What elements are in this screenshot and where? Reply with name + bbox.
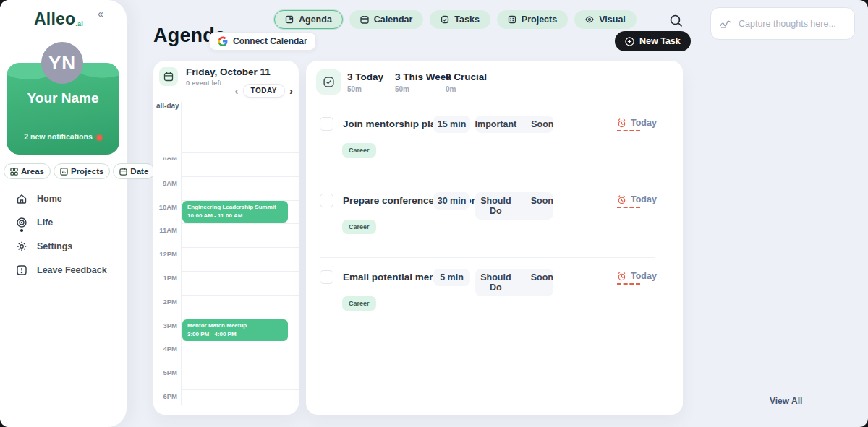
filter-date[interactable]: Date bbox=[113, 163, 155, 179]
priority-label[interactable]: Should Do bbox=[475, 272, 516, 293]
sidebar-item-leave-feedback[interactable]: Leave Feedback bbox=[16, 262, 107, 278]
hour-label: 4PM bbox=[153, 345, 177, 353]
tab-visual-label: Visual bbox=[599, 14, 626, 25]
urgency-label[interactable]: Soon bbox=[531, 119, 553, 129]
target-icon bbox=[16, 217, 27, 228]
event-time: 3:00 PM - 4:00 PM bbox=[187, 331, 283, 337]
stat-crucial: 0 Crucial 0m bbox=[446, 72, 487, 93]
tab-visual[interactable]: Visual bbox=[574, 10, 637, 29]
urgency-label[interactable]: Soon bbox=[531, 196, 553, 216]
tasks-check-icon bbox=[316, 69, 341, 95]
tab-calendar[interactable]: Calendar bbox=[349, 10, 424, 29]
connect-calendar-button[interactable]: Connect Calendar bbox=[209, 32, 316, 51]
task-title[interactable]: Email potential mentor bbox=[343, 272, 448, 282]
hour-label: 5PM bbox=[153, 368, 177, 376]
sidebar-item-home[interactable]: Home bbox=[16, 191, 107, 207]
connect-calendar-label: Connect Calendar bbox=[233, 36, 307, 46]
events-left: 0 event left bbox=[186, 79, 222, 87]
hour-line bbox=[181, 152, 299, 153]
priority-label[interactable]: Important bbox=[475, 119, 517, 129]
notifications-text[interactable]: 2 new notifications bbox=[7, 132, 119, 141]
hour-label: 1PM bbox=[153, 274, 177, 282]
hour-line bbox=[181, 342, 299, 342]
task-due[interactable]: Today bbox=[617, 271, 657, 281]
stat-this-week: 3 This Week 50m bbox=[395, 72, 451, 93]
calendar-nav: ‹ TODAY › bbox=[235, 84, 293, 98]
areas-grid-icon bbox=[10, 168, 18, 176]
new-task-label: New Task bbox=[639, 36, 681, 46]
task-tag[interactable]: Career bbox=[342, 296, 376, 311]
search-icon[interactable] bbox=[668, 13, 684, 29]
stat-today-value: 3 Today bbox=[347, 72, 383, 82]
sidebar-item-life-label: Life bbox=[37, 217, 53, 228]
sidebar-item-settings[interactable]: Settings bbox=[16, 238, 107, 254]
task-separator bbox=[320, 181, 655, 181]
tab-tasks[interactable]: Tasks bbox=[430, 10, 490, 29]
task-priority-chip[interactable]: Should Do Soon bbox=[475, 269, 553, 296]
tab-calendar-label: Calendar bbox=[374, 14, 413, 25]
tasks-panel: 3 Today 50m 3 This Week 50m 0 Crucial 0m… bbox=[306, 61, 683, 415]
stat-today-duration: 50m bbox=[347, 85, 383, 93]
tab-projects[interactable]: Projects bbox=[497, 10, 568, 29]
view-all-link[interactable]: View All bbox=[770, 396, 802, 406]
stat-today: 3 Today 50m bbox=[347, 72, 383, 93]
sidebar-item-settings-label: Settings bbox=[37, 241, 72, 251]
calendar-panel: Friday, October 11 0 event left ‹ TODAY … bbox=[153, 61, 299, 415]
sidebar-item-life[interactable]: Life bbox=[16, 215, 107, 230]
eye-icon bbox=[585, 15, 594, 24]
capture-thoughts-box bbox=[710, 7, 855, 40]
hour-line bbox=[181, 247, 299, 248]
task-duration-chip[interactable]: 5 min bbox=[433, 269, 470, 286]
task-due[interactable]: Today bbox=[617, 194, 657, 204]
task-checkbox[interactable] bbox=[320, 270, 333, 284]
avatar[interactable]: YN bbox=[41, 42, 83, 84]
task-duration-chip[interactable]: 30 min bbox=[433, 192, 470, 210]
sidebar-item-home-label: Home bbox=[37, 194, 62, 204]
main-tabs: Agenda Calendar Tasks Projects Visual bbox=[274, 10, 637, 29]
calendar-grid[interactable]: all-day 8AM 9AM 10AM 11AM 12PM 1PM 2PM 3… bbox=[153, 102, 299, 405]
next-day-icon[interactable]: › bbox=[289, 85, 293, 96]
capture-thoughts-input[interactable] bbox=[737, 18, 846, 30]
hour-line bbox=[181, 366, 299, 366]
life-indicator-dot bbox=[20, 229, 23, 232]
app-logo: Alleo.ai bbox=[34, 9, 83, 29]
priority-label[interactable]: Should Do bbox=[475, 196, 516, 216]
stat-crucial-duration: 0m bbox=[446, 85, 487, 93]
new-task-button[interactable]: New Task bbox=[615, 31, 691, 51]
tab-agenda-label: Agenda bbox=[299, 14, 332, 25]
task-duration-chip[interactable]: 15 min bbox=[433, 116, 470, 133]
stat-week-duration: 50m bbox=[395, 85, 451, 93]
task-tag[interactable]: Career bbox=[342, 143, 376, 158]
stat-crucial-value: 0 Crucial bbox=[446, 72, 487, 82]
task-priority-chip[interactable]: Important Soon bbox=[475, 116, 553, 133]
calendar-event[interactable]: Engineering Leadership Summit 10:00 AM -… bbox=[182, 201, 288, 223]
hour-label: 9AM bbox=[153, 179, 177, 187]
today-button[interactable]: TODAY bbox=[243, 84, 285, 98]
hour-label: 12PM bbox=[153, 250, 177, 258]
app-window: Alleo.ai « YN Your Name 2 new notificati… bbox=[0, 0, 868, 427]
event-time: 10:00 AM - 11:00 AM bbox=[187, 212, 283, 219]
hour-line bbox=[181, 176, 299, 177]
calendar-event[interactable]: Mentor Match Meetup 3:00 PM - 4:00 PM bbox=[182, 319, 288, 341]
alarm-icon bbox=[617, 118, 626, 128]
feedback-icon bbox=[16, 264, 27, 276]
tab-tasks-label: Tasks bbox=[454, 14, 480, 25]
event-title: Mentor Match Meetup bbox=[187, 322, 283, 329]
task-due[interactable]: Today bbox=[617, 118, 657, 128]
urgency-label[interactable]: Soon bbox=[531, 272, 553, 293]
logo-suffix: .ai bbox=[75, 20, 83, 27]
task-tag[interactable]: Career bbox=[342, 220, 376, 234]
collapse-sidebar-icon[interactable]: « bbox=[98, 8, 103, 20]
filter-projects[interactable]: Projects bbox=[54, 163, 110, 179]
hour-line bbox=[181, 389, 299, 390]
task-checkbox[interactable] bbox=[320, 117, 333, 131]
hour-line bbox=[181, 271, 299, 272]
alarm-icon bbox=[617, 272, 626, 281]
task-checkbox[interactable] bbox=[320, 194, 333, 207]
hour-label: 6PM bbox=[153, 392, 177, 400]
tab-agenda[interactable]: Agenda bbox=[274, 10, 343, 29]
filter-areas[interactable]: Areas bbox=[4, 163, 51, 179]
prev-day-icon[interactable]: ‹ bbox=[235, 85, 239, 96]
task-priority-chip[interactable]: Should Do Soon bbox=[475, 192, 553, 220]
calendar-icon bbox=[159, 67, 178, 86]
